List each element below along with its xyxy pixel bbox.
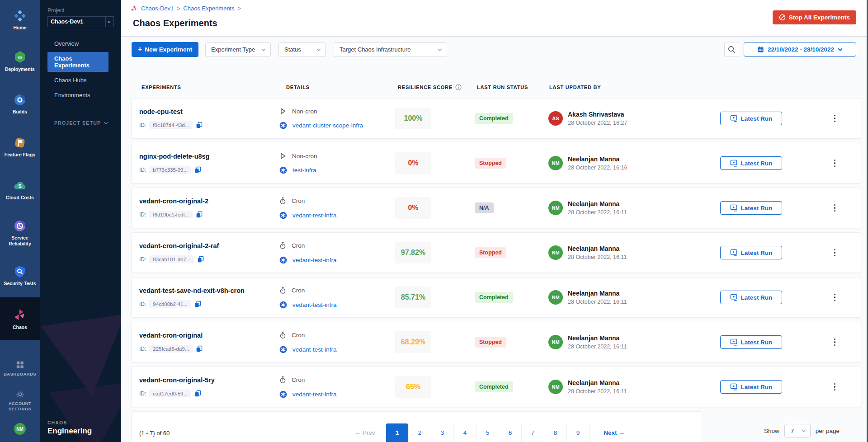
row-menu-icon[interactable] (832, 113, 838, 124)
copy-icon[interactable] (194, 301, 201, 308)
page-button-5[interactable]: 5 (476, 423, 499, 442)
copy-icon[interactable] (196, 345, 203, 353)
dashboards-icon (15, 360, 24, 369)
latest-run-button[interactable]: Latest Run (720, 291, 782, 304)
latest-run-button[interactable]: Latest Run (720, 156, 782, 170)
breadcrumb-project-link[interactable]: Chaos-Dev1 (141, 5, 174, 12)
infrastructure-link[interactable]: vedant-test-infra (292, 391, 337, 398)
info-icon[interactable] (455, 84, 462, 90)
run-view-icon (730, 294, 737, 301)
sidebar-item-service-reliability[interactable]: Service Reliability (0, 212, 40, 254)
experiment-name-link[interactable]: vedant-cron-original-2 (139, 197, 279, 205)
target-infrastructure-filter[interactable]: Target Chaos Infrastructure (334, 42, 447, 57)
sidebar-item-deployments[interactable]: ∞ Deployments (0, 40, 40, 83)
status-badge: Completed (475, 292, 513, 303)
experiment-id-value: f0c187d4-43d... (149, 121, 193, 129)
filter-label: Experiment Type (211, 46, 255, 53)
sidebar-item-environments[interactable]: Environments (47, 89, 108, 102)
kubernetes-icon (279, 346, 287, 353)
avatar: NM (548, 201, 563, 215)
chevron-down-icon (838, 48, 843, 51)
project-setup-toggle[interactable]: PROJECT SETUP (54, 120, 108, 126)
project-name-input[interactable] (48, 19, 105, 25)
page-number-list: 123456789 (386, 423, 589, 442)
project-selector[interactable]: » (47, 16, 114, 27)
run-view-icon (730, 160, 737, 167)
row-menu-icon[interactable] (832, 202, 838, 214)
copy-icon[interactable] (194, 390, 201, 397)
experiment-name-link[interactable]: vedant-cron-original-2-raf (139, 242, 279, 249)
page-button-1[interactable]: 1 (386, 423, 408, 442)
infrastructure-link[interactable]: test-infra (292, 167, 316, 174)
sidebar-item-home[interactable]: Home (0, 0, 40, 40)
infrastructure-link[interactable]: vedant-test-infra (292, 257, 337, 263)
latest-run-button[interactable]: Latest Run (720, 335, 782, 349)
experiment-id-value: b773c335-99... (149, 166, 191, 174)
experiment-name-link[interactable]: vedant-test-save-nd-exit-v8h-cron (139, 287, 279, 294)
page-button-9[interactable]: 9 (566, 423, 589, 442)
run-view-icon (730, 249, 737, 256)
per-page-select[interactable]: 7 (784, 424, 811, 437)
sidebar-item-chaos-experiments[interactable]: Chaos Experiments (47, 52, 108, 72)
sidebar-item-builds[interactable]: Builds (0, 83, 40, 126)
row-menu-icon[interactable] (832, 158, 838, 169)
row-menu-icon[interactable] (832, 247, 838, 259)
latest-run-button[interactable]: Latest Run (720, 246, 782, 259)
copy-icon[interactable] (196, 122, 203, 129)
svg-text:∞: ∞ (18, 54, 22, 61)
row-menu-icon[interactable] (832, 381, 838, 393)
breadcrumb-experiments-link[interactable]: Chaos Experiments (183, 5, 234, 12)
experiment-name-link[interactable]: vedant-cron-original (139, 332, 279, 339)
row-menu-icon[interactable] (832, 292, 838, 303)
copy-icon[interactable] (196, 211, 203, 218)
page-button-2[interactable]: 2 (408, 423, 431, 442)
prev-page-button[interactable]: ← Prev (344, 423, 386, 442)
next-page-button[interactable]: Next → (589, 423, 639, 442)
page-button-3[interactable]: 3 (431, 423, 453, 442)
latest-run-button[interactable]: Latest Run (720, 112, 782, 125)
cron-icon (279, 287, 286, 294)
column-details: DETAILS (279, 85, 395, 90)
experiment-name-link[interactable]: vedant-cron-original-5ry (139, 376, 279, 384)
search-button[interactable] (724, 42, 739, 57)
page-button-8[interactable]: 8 (544, 423, 566, 442)
user-avatar[interactable]: NM (14, 423, 26, 435)
sidebar-item-feature-flags[interactable]: Feature Flags (0, 126, 40, 169)
project-expand-icon[interactable]: » (105, 17, 113, 27)
sidebar-item-security-tests[interactable]: Security Tests (0, 254, 40, 297)
infrastructure-link[interactable]: vedant-cluster-scope-infra (292, 122, 363, 129)
kubernetes-icon (279, 390, 287, 398)
avatar: NM (548, 245, 563, 260)
sidebar-item-overview[interactable]: Overview (47, 37, 108, 50)
copy-icon[interactable] (194, 166, 201, 174)
sidebar-item-chaos[interactable]: Chaos (0, 297, 40, 340)
status-filter[interactable]: Status (278, 42, 326, 57)
sidebar-item-dashboards[interactable]: DASHBOARDS (0, 352, 40, 385)
new-experiment-button[interactable]: + New Experiment (132, 42, 198, 57)
sidebar-item-cloud-costs[interactable]: $ Cloud Costs (0, 169, 40, 212)
experiment-name-link[interactable]: nginx-pod-delete-u8sg (139, 153, 279, 160)
svg-text:$: $ (19, 183, 22, 189)
experiment-name-link[interactable]: node-cpu-test (139, 108, 279, 115)
kubernetes-icon (279, 256, 287, 264)
row-menu-icon[interactable] (832, 337, 838, 348)
latest-run-button[interactable]: Latest Run (720, 380, 782, 394)
infrastructure-link[interactable]: vedant-test-infra (292, 301, 337, 308)
experiment-id-value: 94cd00b2-41... (149, 300, 191, 308)
sidebar-item-account-settings[interactable]: ACCOUNT SETTINGS (0, 385, 40, 417)
infrastructure-link[interactable]: vedant-test-infra (292, 346, 337, 353)
stop-all-experiments-button[interactable]: Stop All Experiments (773, 10, 856, 24)
latest-run-button[interactable]: Latest Run (720, 201, 782, 215)
page-button-4[interactable]: 4 (453, 423, 476, 442)
stop-icon (779, 14, 786, 21)
date-range-picker[interactable]: 22/10/2022 - 28/10/2022 (744, 42, 856, 57)
cron-icon (279, 331, 286, 339)
infrastructure-link[interactable]: vedant-test-infra (292, 212, 337, 219)
page-button-6[interactable]: 6 (499, 423, 521, 442)
module-label: CHAOS (47, 420, 121, 425)
experiment-type-filter[interactable]: Experiment Type (205, 42, 271, 57)
experiment-id-label: ID: (139, 256, 146, 263)
page-button-7[interactable]: 7 (521, 423, 544, 442)
copy-icon[interactable] (197, 256, 204, 263)
sidebar-item-chaos-hubs[interactable]: Chaos Hubs (47, 74, 108, 87)
